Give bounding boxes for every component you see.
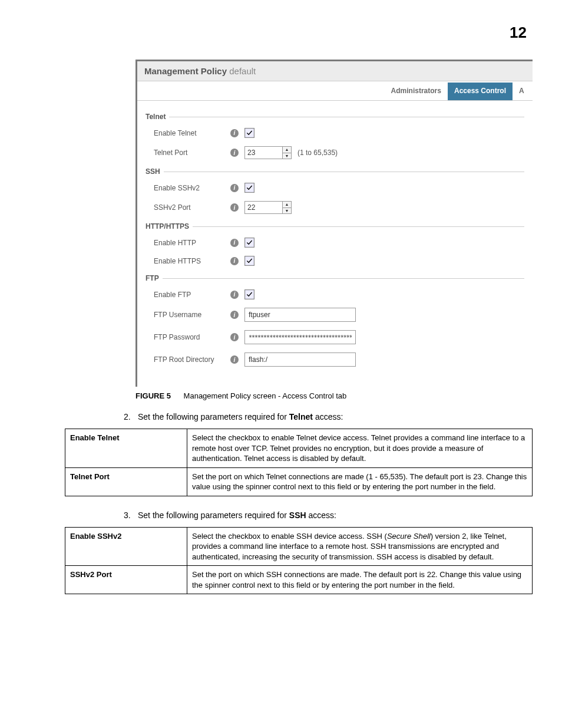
param-desc: Set the port on which SSH connections ar… [187, 566, 533, 594]
info-icon[interactable]: i [230, 184, 239, 192]
info-icon[interactable]: i [230, 333, 239, 341]
enable-http-checkbox[interactable] [244, 238, 254, 248]
enable-https-label: Enable HTTPS [154, 257, 230, 265]
step-3-bold: SSH [289, 510, 306, 520]
section-ssh: SSH [146, 167, 524, 176]
sshv2-port-spinner[interactable]: ▲▼ [244, 201, 292, 214]
info-icon[interactable]: i [230, 291, 239, 299]
section-http-label: HTTP/HTTPS [146, 222, 189, 230]
param-name: Enable SSHv2 [65, 527, 187, 566]
param-name: Enable Telnet [65, 429, 187, 468]
sshv2-port-input[interactable] [244, 201, 283, 214]
tab-strip: Administrators Access Control A [137, 83, 533, 101]
figure-caption: FIGURE 5 Management Policy screen - Acce… [135, 391, 533, 400]
table-row: SSHv2 Port Set the port on which SSH con… [65, 566, 533, 594]
step-3: 3. Set the following parameters required… [124, 510, 533, 520]
info-icon[interactable]: i [230, 129, 239, 137]
spinner-down-icon[interactable]: ▼ [283, 208, 291, 214]
enable-telnet-label: Enable Telnet [154, 129, 230, 137]
panel-title: Management Policy default [137, 61, 533, 81]
enable-telnet-checkbox[interactable] [244, 128, 254, 138]
info-icon[interactable]: i [230, 355, 239, 364]
step-2-bold: Telnet [289, 412, 313, 421]
telnet-port-spinner[interactable]: ▲▼ [244, 146, 292, 159]
table-row: Enable SSHv2 Select the checkbox to enab… [65, 527, 533, 566]
ftp-username-label: FTP Username [154, 311, 230, 319]
ftp-username-input[interactable] [244, 308, 356, 322]
spinner-up-icon[interactable]: ▲ [283, 202, 291, 208]
step-2-num: 2. [124, 412, 138, 421]
section-telnet-label: Telnet [146, 113, 166, 121]
step-2: 2. Set the following parameters required… [124, 412, 533, 421]
table-row: Telnet Port Set the port on which Telnet… [65, 467, 533, 496]
ftp-root-input[interactable] [244, 353, 356, 367]
step-2-text-before: Set the following parameters required fo… [138, 412, 289, 421]
section-ftp-label: FTP [146, 274, 159, 282]
enable-sshv2-checkbox[interactable] [244, 183, 254, 193]
figure-text: Management Policy screen - Access Contro… [184, 391, 347, 400]
section-ftp: FTP [146, 274, 524, 282]
tab-partial[interactable]: A [513, 83, 533, 100]
screenshot-panel: Management Policy default Administrators… [135, 60, 533, 387]
step-3-text-before: Set the following parameters required fo… [138, 510, 289, 520]
enable-http-label: Enable HTTP [154, 239, 230, 247]
enable-sshv2-label: Enable SSHv2 [154, 184, 230, 192]
param-name: SSHv2 Port [65, 566, 187, 594]
param-desc: Set the port on which Telnet connections… [187, 467, 533, 496]
step-3-num: 3. [124, 510, 138, 520]
ftp-password-label: FTP Password [154, 333, 230, 341]
info-icon[interactable]: i [230, 239, 239, 247]
enable-ftp-checkbox[interactable] [244, 289, 254, 299]
telnet-port-input[interactable] [244, 146, 283, 159]
info-icon[interactable]: i [230, 203, 239, 212]
panel-title-label: Management Policy [144, 66, 227, 76]
page-number: 12 [47, 24, 527, 42]
tab-administrators[interactable]: Administrators [385, 83, 448, 100]
step-2-text-after: access: [313, 412, 343, 421]
tab-access-control[interactable]: Access Control [448, 83, 513, 100]
panel-title-value: default [229, 66, 256, 76]
ftp-root-label: FTP Root Directory [154, 355, 230, 364]
form-body: Telnet Enable Telnet i Telnet Port i ▲▼ … [137, 101, 533, 387]
info-icon[interactable]: i [230, 257, 239, 265]
figure-label: FIGURE 5 [135, 391, 171, 400]
section-telnet: Telnet [146, 113, 524, 121]
sshv2-port-label: SSHv2 Port [154, 203, 230, 212]
telnet-port-label: Telnet Port [154, 149, 230, 157]
spinner-down-icon[interactable]: ▼ [283, 153, 291, 159]
param-desc: Select the checkbox to enable Telnet dev… [187, 429, 533, 468]
param-desc: Select the checkbox to enable SSH device… [187, 527, 533, 566]
table-row: Enable Telnet Select the checkbox to ena… [65, 429, 533, 468]
enable-https-checkbox[interactable] [244, 256, 254, 266]
ftp-password-input[interactable] [244, 330, 356, 344]
telnet-param-table: Enable Telnet Select the checkbox to ena… [65, 429, 533, 496]
ssh-param-table: Enable SSHv2 Select the checkbox to enab… [65, 527, 533, 595]
enable-ftp-label: Enable FTP [154, 291, 230, 299]
section-http: HTTP/HTTPS [146, 222, 524, 230]
param-name: Telnet Port [65, 467, 187, 496]
step-3-text-after: access: [306, 510, 336, 520]
info-icon[interactable]: i [230, 149, 239, 157]
telnet-port-hint: (1 to 65,535) [297, 149, 338, 157]
spinner-up-icon[interactable]: ▲ [283, 147, 291, 153]
section-ssh-label: SSH [146, 167, 160, 176]
info-icon[interactable]: i [230, 311, 239, 319]
